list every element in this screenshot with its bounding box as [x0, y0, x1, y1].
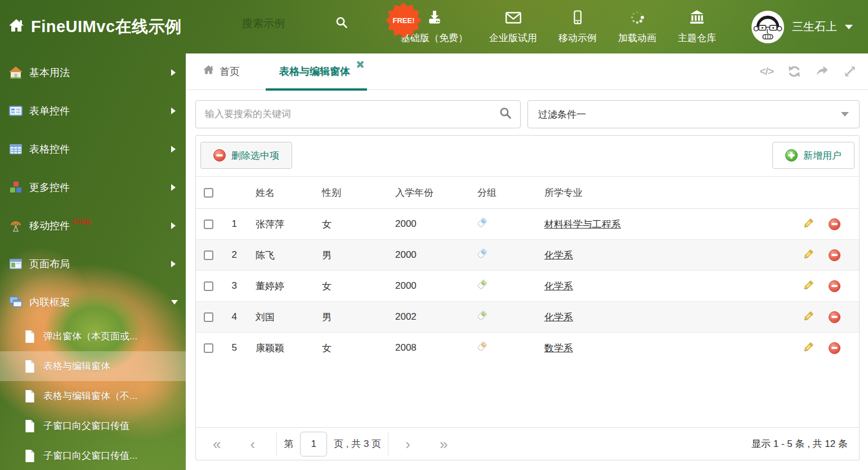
nav-item-loading-anim[interactable]: 加载动画 — [618, 9, 656, 44]
table-row[interactable]: 5康颖颖女2008数学系 — [196, 333, 859, 364]
delete-icon[interactable] — [829, 218, 840, 230]
cell-actions — [797, 302, 859, 333]
corp-badge: Corp. — [73, 217, 92, 226]
col-major: 所学专业 — [538, 177, 797, 209]
edit-icon[interactable] — [803, 217, 815, 232]
last-page-icon[interactable]: » — [440, 437, 448, 451]
refresh-icon[interactable] — [787, 64, 802, 79]
sidebar-item-more-controls[interactable]: 更多控件 — [0, 168, 186, 207]
major-link[interactable]: 化学系 — [544, 312, 573, 323]
logo[interactable]: FineUIMvc在线示例 — [0, 16, 182, 38]
major-link[interactable]: 数学系 — [544, 343, 573, 353]
main-content: 首页 表格与编辑窗体 </> — [186, 53, 868, 470]
edit-icon[interactable] — [803, 310, 815, 325]
record-summary: 显示 1 - 5 条 , 共 12 条 — [751, 437, 848, 450]
cell-group — [473, 271, 538, 302]
frames-icon — [8, 295, 23, 310]
sidebar-item-page-layout[interactable]: 页面布局 — [0, 245, 186, 283]
cell-major: 化学系 — [538, 302, 797, 333]
nav-item-label: 企业版试用 — [489, 32, 537, 44]
edit-icon[interactable] — [803, 341, 815, 356]
cubes-icon — [8, 180, 23, 195]
empty-area — [196, 364, 859, 428]
next-page-icon[interactable]: › — [405, 437, 410, 451]
table-row[interactable]: 2陈飞男2000化学系 — [196, 240, 859, 271]
add-user-button[interactable]: 新增用户 — [772, 142, 854, 169]
cell-group — [473, 209, 538, 240]
cell-major: 化学系 — [538, 240, 797, 271]
delete-icon[interactable] — [829, 311, 840, 323]
sidebar-subitem-popup-window[interactable]: 弹出窗体（本页面或... — [0, 321, 186, 351]
search-icon[interactable] — [499, 106, 512, 122]
tab-grid-edit-window[interactable]: 表格与编辑窗体 — [266, 53, 367, 90]
sidebar-item-mobile-controls[interactable]: 移动控件 Corp. — [0, 207, 186, 245]
filter-dropdown[interactable]: 过滤条件一 — [527, 100, 860, 128]
row-checkbox[interactable] — [204, 250, 213, 260]
col-year: 入学年份 — [389, 177, 473, 209]
cell-major: 化学系 — [538, 271, 797, 302]
nav-item-mobile-demo[interactable]: 移动示例 — [558, 9, 597, 44]
keyword-search-input[interactable] — [205, 109, 499, 120]
search-icon[interactable] — [335, 16, 348, 32]
edit-icon[interactable] — [803, 248, 815, 263]
download-icon — [426, 9, 443, 28]
share-icon[interactable] — [815, 64, 830, 79]
row-checkbox[interactable] — [204, 312, 213, 322]
expand-icon[interactable] — [843, 65, 857, 78]
sidebar-item-form-controls[interactable]: 表单控件 — [0, 92, 186, 130]
header-search-input[interactable] — [242, 17, 335, 30]
user-menu[interactable]: 三生石上 — [751, 0, 853, 53]
first-page-icon[interactable]: « — [213, 437, 221, 451]
tab-label: 表格与编辑窗体 — [279, 65, 350, 78]
header-search[interactable] — [242, 16, 360, 32]
tag-icon — [476, 313, 487, 324]
nav-item-basic-free[interactable]: FREE! 基础版（免费） — [401, 9, 468, 44]
tab-home[interactable]: 首页 — [203, 64, 240, 79]
user-table: 姓名 性别 入学年份 分组 所学专业 1张萍萍女2000材料科学与工程系2陈飞男… — [196, 176, 859, 364]
sidebar-subitem-grid-edit-window[interactable]: 表格与编辑窗体 — [0, 351, 186, 381]
row-checkbox[interactable] — [204, 281, 213, 291]
filter-row: 过滤条件一 — [195, 100, 860, 128]
header-nav: FREE! 基础版（免费） 企业版试用 移动示例 — [401, 0, 716, 53]
tab-label: 首页 — [220, 65, 240, 78]
avatar[interactable] — [751, 11, 784, 43]
chevron-right-icon — [171, 222, 176, 229]
tag-icon — [476, 251, 487, 262]
delete-icon[interactable] — [829, 342, 840, 354]
sidebar-item-basic-usage[interactable]: 基本用法 — [0, 53, 186, 92]
sidebar-subitem-grid-edit-window-2[interactable]: 表格与编辑窗体（不... — [0, 381, 186, 411]
table-icon — [8, 142, 23, 156]
row-checkbox[interactable] — [204, 343, 213, 353]
chevron-down-icon — [845, 25, 853, 29]
row-checkbox[interactable] — [204, 220, 213, 229]
keyword-search[interactable] — [195, 100, 521, 128]
close-icon[interactable] — [356, 61, 364, 68]
file-icon — [24, 330, 36, 343]
major-link[interactable]: 化学系 — [544, 250, 573, 261]
delete-icon[interactable] — [829, 249, 840, 261]
select-all-checkbox[interactable] — [204, 188, 213, 198]
sidebar-subitem-child-to-parent-2[interactable]: 子窗口向父窗口传值... — [0, 441, 186, 470]
table-row[interactable]: 3董婷婷女2000化学系 — [196, 271, 859, 302]
prev-page-icon[interactable]: ‹ — [250, 437, 255, 451]
table-row[interactable]: 1张萍萍女2000材料科学与工程系 — [196, 209, 859, 240]
sidebar-item-iframe[interactable]: 内联框架 — [0, 283, 186, 321]
delete-selected-button[interactable]: 删除选中项 — [200, 142, 292, 169]
sidebar-subitem-child-to-parent[interactable]: 子窗口向父窗口传值 — [0, 411, 186, 441]
nav-item-theme-repo[interactable]: 主题仓库 — [678, 9, 716, 44]
table-header-row: 姓名 性别 入学年份 分组 所学专业 — [196, 177, 859, 209]
nav-item-enterprise-trial[interactable]: 企业版试用 — [489, 9, 537, 44]
delete-icon[interactable] — [829, 280, 840, 292]
table-row[interactable]: 4刘国男2002化学系 — [196, 302, 859, 333]
source-code-icon[interactable]: </> — [760, 65, 773, 78]
major-link[interactable]: 化学系 — [544, 281, 573, 292]
pagination-bar: « ‹ 第 页 , 共 3 页 › » 显示 1 - 5 条 , 共 12 条 — [196, 427, 859, 460]
major-link[interactable]: 材料科学与工程系 — [544, 219, 621, 230]
plus-circle-icon — [785, 149, 798, 162]
file-icon — [24, 419, 36, 433]
sidebar-item-grid-controls[interactable]: 表格控件 — [0, 130, 186, 168]
cell-name: 陈飞 — [249, 240, 316, 271]
cell-gender: 女 — [316, 209, 389, 240]
edit-icon[interactable] — [803, 279, 815, 294]
page-number-input[interactable] — [300, 432, 327, 456]
